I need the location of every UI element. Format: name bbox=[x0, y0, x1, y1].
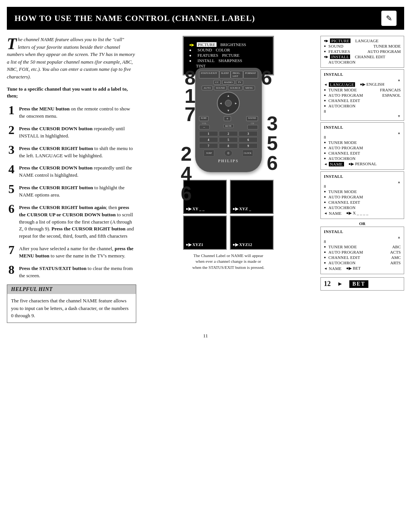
tv-menu-value-1: BRIGHTNESS bbox=[220, 42, 246, 47]
steps-list: 1 Press the MENU button on the remote co… bbox=[7, 104, 136, 279]
remote-brand: PHILIPS bbox=[199, 159, 258, 163]
bottom-screens: ●▶ XY _ _ ●▶ XYZ _ bbox=[141, 180, 316, 214]
intro-paragraph: The channel NAME feature allows you to l… bbox=[7, 36, 136, 80]
install-menu-name-x: INSTALL ▲ 8 ● TUNER MODE ● AUTO PROGRAM … bbox=[320, 171, 404, 219]
step-1-number: 1 bbox=[7, 104, 16, 116]
mini-screen-xyz12: ●▶ XYZ12 bbox=[230, 216, 274, 250]
mini-screen-xy: ●▶ XY _ _ bbox=[183, 180, 227, 214]
surf-btn[interactable]: SURF bbox=[204, 150, 214, 157]
step-3: 3 Press the CURSOR RIGHT button to shift… bbox=[7, 144, 136, 160]
step-4-number: 4 bbox=[7, 163, 16, 175]
step-5-number: 5 bbox=[7, 183, 16, 195]
remote-bottom-row: SURF 0 CLOCK bbox=[199, 150, 258, 157]
page-header: How to Use the Name Control (Channel Lab… bbox=[7, 7, 404, 30]
keypad: 1 2 3 4 5 6 7 8 9 bbox=[199, 131, 258, 149]
or-divider: OR bbox=[320, 221, 404, 226]
step-7: 7 After you have selected a name for the… bbox=[7, 244, 136, 260]
tv-menu-panel-1: ●▶ PICTURE LANGUAGE ● SOUND TUNER MODE ●… bbox=[320, 36, 404, 68]
key-7[interactable]: 7 bbox=[199, 143, 218, 149]
header-icon: ✎ bbox=[381, 11, 397, 26]
step-6-number: 6 bbox=[7, 203, 16, 215]
step-8-number: 8 bbox=[7, 264, 16, 276]
center-column: ●▶ PICTURE BRIGHTNESS ● SOUND COLOR ● FE… bbox=[141, 36, 316, 323]
key-1[interactable]: 1 bbox=[199, 131, 218, 136]
remote-control: 8 6 1 7 STATUS/EXIT SLEEP PROG. LIST bbox=[183, 68, 274, 172]
tv-menu-bullet-1: ●▶ bbox=[189, 43, 194, 47]
mute-btn[interactable]: MUTE bbox=[223, 124, 234, 128]
step-2-text: Press the CURSOR DOWN button repeatedly … bbox=[19, 124, 136, 140]
nav-right-arrow[interactable]: ► bbox=[234, 102, 237, 105]
key-3[interactable]: 3 bbox=[239, 131, 258, 136]
drop-cap: T bbox=[7, 38, 17, 51]
step-5: 5 Press the CURSOR RIGHT button to highl… bbox=[7, 183, 136, 199]
channel-arrow: ▶ bbox=[338, 281, 342, 287]
page-number: 11 bbox=[0, 329, 411, 346]
mini-screen-xyz: ●▶ XYZ _ bbox=[230, 180, 274, 214]
helpful-hint-body: The five characters that the channel NAM… bbox=[7, 294, 136, 323]
caption-text: The Channel Label or NAME will appear wh… bbox=[192, 253, 264, 270]
step-2: 2 Press the CURSOR DOWN button repeatedl… bbox=[7, 124, 136, 140]
nav-circle[interactable]: ▲ ▼ ◄ ► bbox=[217, 92, 240, 115]
step-7-number: 7 bbox=[7, 244, 16, 256]
key-6[interactable]: 6 bbox=[239, 137, 258, 142]
install-menu-name-personal: INSTALL ▲ 8 ● TUNER MODE ● AUTO PROGRAM … bbox=[320, 122, 404, 170]
right-column: ●▶ PICTURE LANGUAGE ● SOUND TUNER MODE ●… bbox=[320, 36, 404, 323]
nav-left-arrow[interactable]: ◄ bbox=[219, 102, 222, 105]
install-menu-name-list: INSTALL ▲ 8 ● TUNER MODE ABC ● AUTO PROG… bbox=[320, 227, 404, 274]
mini-screen-xy-label: ●▶ XY _ _ bbox=[186, 206, 204, 211]
install-menu-1-title: INSTALL bbox=[324, 72, 401, 77]
nav-up-arrow[interactable]: ▲ bbox=[227, 94, 230, 97]
step-6: 6 Press the CURSOR RIGHT button again; t… bbox=[7, 203, 136, 240]
left-column: The channel NAME feature allows you to l… bbox=[7, 36, 136, 323]
step-3-number: 3 bbox=[7, 144, 16, 156]
step-4: 4 Press the CURSOR DOWN button repeatedl… bbox=[7, 163, 136, 179]
helpful-hint-title: Helpful Hint bbox=[7, 285, 136, 294]
key-4[interactable]: 4 bbox=[199, 137, 218, 142]
key-2[interactable]: 2 bbox=[219, 131, 238, 136]
key-0[interactable]: 0 bbox=[224, 150, 233, 157]
step-5-text: Press the CURSOR RIGHT button to highlig… bbox=[19, 183, 136, 199]
channel-name: BET bbox=[349, 280, 368, 288]
key-9[interactable]: 9 bbox=[239, 143, 258, 149]
step-8: 8 Press the STATUS/EXIT button to clear … bbox=[7, 264, 136, 280]
step-2-number: 2 bbox=[7, 124, 16, 136]
step-3-text: Press the CURSOR RIGHT button to shift t… bbox=[19, 144, 136, 160]
step-8-text: Press the STATUS/EXIT button to clear th… bbox=[19, 264, 136, 280]
mini-screen-xyz-label: ●▶ XYZ _ bbox=[233, 206, 251, 211]
step-1-text: Press the MENU button on the remote cont… bbox=[19, 104, 136, 120]
key-5[interactable]: 5 bbox=[219, 137, 238, 142]
key-8[interactable]: 8 bbox=[219, 143, 238, 149]
nav-down-arrow[interactable]: ▼ bbox=[227, 109, 230, 112]
clock-btn[interactable]: CLOCK bbox=[242, 150, 253, 157]
tv-menu-label-1: PICTURE bbox=[197, 42, 217, 47]
step-6-text: Press the CURSOR RIGHT button again; the… bbox=[19, 203, 136, 240]
intro-text: he channel NAME feature allows you to li… bbox=[7, 37, 135, 80]
mini-screen-xyz12-label: ●▶ XYZ12 bbox=[233, 242, 252, 247]
page-title: How to Use the Name Control (Channel Lab… bbox=[14, 13, 255, 23]
mini-screen-xyz1: ●▶ XYZ1 bbox=[183, 216, 227, 250]
bottom-screens-2: ●▶ XYZ1 ●▶ XYZ12 bbox=[141, 216, 316, 250]
helpful-hint-box: Helpful Hint The five characters that th… bbox=[7, 284, 136, 323]
step-1: 1 Press the MENU button on the remote co… bbox=[7, 104, 136, 120]
remote-top-buttons: STATUS/EXIT SLEEP PROG. LIST FORMAT bbox=[199, 71, 258, 78]
channel-label-box: 12 ▶ BET bbox=[320, 277, 404, 291]
ch-btn[interactable] bbox=[247, 125, 258, 129]
mini-screen-xyz1-label: ●▶ XYZ1 bbox=[186, 242, 203, 247]
step-7-text: After you have selected a name for the c… bbox=[19, 244, 136, 260]
step-4-text: Press the CURSOR DOWN button repeatedly … bbox=[19, 163, 136, 179]
install-menu-language: INSTALL ▲ ◄ LANGUAGE ●▶ ENGLISH ● TUNER … bbox=[320, 69, 404, 121]
vol-down-btn[interactable]: − bbox=[199, 125, 210, 129]
channel-number: 12 bbox=[324, 280, 331, 288]
plus-btn[interactable]: + bbox=[224, 116, 231, 121]
tune-instruction: Tune to a specific channel that you want… bbox=[7, 86, 136, 99]
